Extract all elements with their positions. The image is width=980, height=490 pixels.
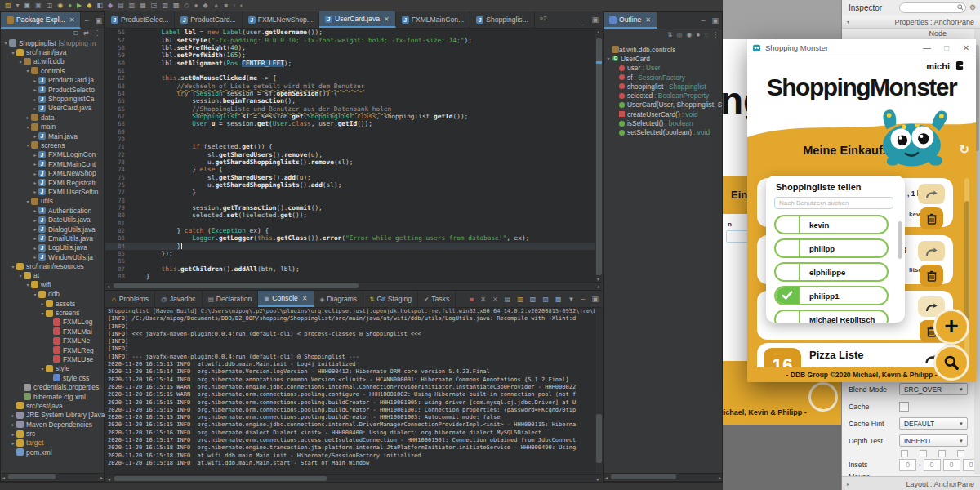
tab-package-explorer[interactable]: Package Expl... ✕ — [1, 12, 81, 29]
inset-input[interactable]: 0 — [899, 459, 916, 471]
console-view-tab[interactable]: @Javadoc — [155, 291, 203, 307]
tree-item[interactable]: ▸JFXMLMainCont — [1, 159, 105, 168]
field-select[interactable]: SRC_OVER▼ — [899, 383, 968, 395]
maximize-icon[interactable]: ▣ — [95, 16, 102, 24]
word-wrap-icon[interactable]: ▧ — [530, 296, 537, 303]
outline-package-row[interactable]: at.wifi.ddb.controls — [605, 45, 722, 54]
minimize-icon[interactable]: – — [581, 295, 585, 303]
tree-item[interactable]: FXMLReg — [1, 345, 105, 354]
tree-item[interactable]: ▸JDialogUtils.java — [1, 225, 105, 234]
outline-class-row[interactable]: ▾CUserCard — [605, 54, 722, 63]
editor-tab[interactable]: JShoppinglis... — [470, 11, 535, 28]
console-view-tab[interactable]: ▤Declaration — [203, 291, 259, 307]
share-button[interactable] — [918, 184, 945, 204]
tree-item[interactable]: ▸JAuthentication — [1, 206, 105, 215]
remove-launch-icon[interactable]: ✕ — [480, 296, 486, 303]
field-checkbox[interactable] — [899, 402, 909, 412]
new-wizard-icon[interactable]: ▨ — [5, 1, 11, 11]
tree-item[interactable]: FXMLNe — [1, 336, 105, 345]
toolbar-icon[interactable]: ◇ — [185, 1, 189, 11]
tree-item[interactable]: FXMLMai — [1, 327, 105, 336]
search-list-button[interactable] — [933, 345, 969, 381]
inspector-search-input[interactable] — [899, 2, 966, 13]
close-icon[interactable]: ✕ — [645, 16, 651, 24]
add-list-button[interactable]: + — [933, 309, 969, 345]
tree-item[interactable]: ▾src/main/java — [1, 47, 105, 56]
tree-item[interactable]: ▸data — [1, 113, 105, 122]
search-icon[interactable]: ◉ — [57, 1, 63, 11]
tree-item[interactable]: ▸JMain.java — [1, 131, 105, 140]
tree-item[interactable]: ▾utils — [1, 197, 105, 206]
tree-item[interactable]: ▾style — [1, 364, 105, 373]
inspector-properties-header[interactable]: ▾ Properties : AnchorPane — [842, 16, 980, 29]
maximize-icon[interactable]: ▣ — [591, 295, 599, 303]
tree-item[interactable]: hibernate.cfg.xml — [1, 392, 105, 401]
delete-button[interactable] — [920, 265, 943, 287]
user-checkbox[interactable] — [776, 264, 800, 280]
minimize-icon[interactable]: – — [581, 16, 585, 24]
tree-item[interactable]: pom.xml — [1, 448, 105, 457]
annotation-icon[interactable]: ▦ — [140, 1, 146, 11]
field-select[interactable]: INHERIT▼ — [899, 434, 968, 447]
tree-item[interactable]: src/test/java — [1, 401, 105, 410]
tree-item[interactable]: ▾screens — [1, 140, 105, 149]
editor-tab[interactable]: JProductCard... — [175, 11, 242, 28]
hide-local-types-icon[interactable]: ◌ — [704, 31, 708, 42]
terminate-icon[interactable]: ■ — [470, 296, 474, 303]
tree-item[interactable]: ▸JShoppinglistCa — [1, 94, 105, 103]
tree-item[interactable]: ▸JFXMLRegistrati — [1, 178, 105, 187]
save-icon[interactable]: ▣ — [24, 1, 31, 11]
console-view-tab[interactable]: ✔Tasks — [418, 291, 456, 307]
editor-tab[interactable]: JFXMLMainCon... — [396, 11, 470, 28]
user-checkbox[interactable] — [776, 311, 800, 323]
inset-anchor-checkbox[interactable] — [920, 450, 927, 457]
toolbar-icon[interactable]: ■ — [225, 1, 229, 11]
field-select[interactable]: DEFAULT▼ — [899, 417, 968, 430]
hide-fields-icon[interactable]: ◎ — [676, 31, 682, 42]
editor-hscrollbar[interactable]: ◂▸ — [105, 282, 602, 290]
tree-item[interactable]: ▸JFXMLLoginCon — [1, 150, 105, 159]
inset-anchor-checkbox[interactable] — [938, 450, 946, 457]
tree-item[interactable]: ▾src/main/resources — [1, 261, 105, 270]
project-tree[interactable]: ▾Shoppinglist[shopping m▾src/main/java▾a… — [1, 38, 105, 483]
toolbar-icon[interactable]: ◦ — [233, 1, 235, 11]
maximize-icon[interactable]: ▣ — [591, 16, 599, 24]
collapse-all-icon[interactable]: ⊟ — [74, 29, 79, 38]
inset-anchor-checkbox[interactable] — [957, 450, 964, 457]
outline-tree[interactable]: at.wifi.ddb.controls▾CUserCarduser: User… — [605, 45, 722, 478]
gear-icon[interactable]: ⚙ — [969, 3, 976, 11]
task-icon[interactable]: ▥ — [129, 1, 136, 11]
close-icon[interactable]: ✕ — [384, 16, 390, 23]
outline-member-row[interactable]: UserCard(User, Shoppinglist, Se — [605, 100, 722, 109]
new-package-icon[interactable]: ◆ — [108, 1, 113, 11]
open-type-icon[interactable]: ▤ — [118, 1, 124, 11]
tree-item[interactable]: ▸JWindowUtils.ja — [1, 252, 105, 261]
editor-vscrollbar[interactable]: ▴ ▾ — [595, 29, 603, 282]
list-scrollbar[interactable] — [964, 178, 969, 374]
tree-item[interactable]: ▸target — [1, 439, 105, 448]
editor-tab[interactable]: JUserCard.java✕ — [319, 11, 396, 28]
user-row[interactable]: kevin — [774, 215, 889, 234]
outline-member-row[interactable]: isSelected(): boolean — [605, 118, 722, 127]
clear-console-icon[interactable]: ▤ — [505, 296, 511, 303]
user-row[interactable]: philipp — [774, 238, 889, 258]
outline-hscrollbar[interactable]: ◂▸ — [604, 473, 722, 480]
share-button[interactable] — [918, 241, 945, 261]
editor-tab[interactable]: JFXMLNewShop... — [243, 11, 319, 28]
close-icon[interactable]: ✕ — [69, 16, 75, 24]
display-selected-icon[interactable]: ▩ — [555, 296, 562, 303]
sort-icon[interactable]: ⇅ — [667, 31, 673, 42]
delete-button[interactable] — [920, 207, 943, 229]
tree-item[interactable]: ▾at — [1, 271, 105, 280]
app-titlebar[interactable]: Shopping Monster — □ ✕ — [747, 39, 976, 56]
inset-input[interactable]: 0 — [924, 459, 941, 471]
tree-item[interactable]: ▸JRE System Library [JavaS — [1, 411, 105, 420]
outline-member-row[interactable]: sf: SessionFactory — [605, 73, 722, 82]
tree-item[interactable]: FXMLLog — [1, 318, 105, 327]
user-checkbox[interactable] — [776, 240, 800, 256]
tab-outline[interactable]: Outline ✕ — [604, 12, 657, 29]
user-checkbox[interactable] — [776, 216, 800, 233]
outline-member-row[interactable]: selected: BooleanProperty — [605, 91, 722, 100]
toolbar-icon[interactable]: ▪ — [240, 1, 243, 11]
minimize-icon[interactable]: – — [701, 16, 705, 24]
